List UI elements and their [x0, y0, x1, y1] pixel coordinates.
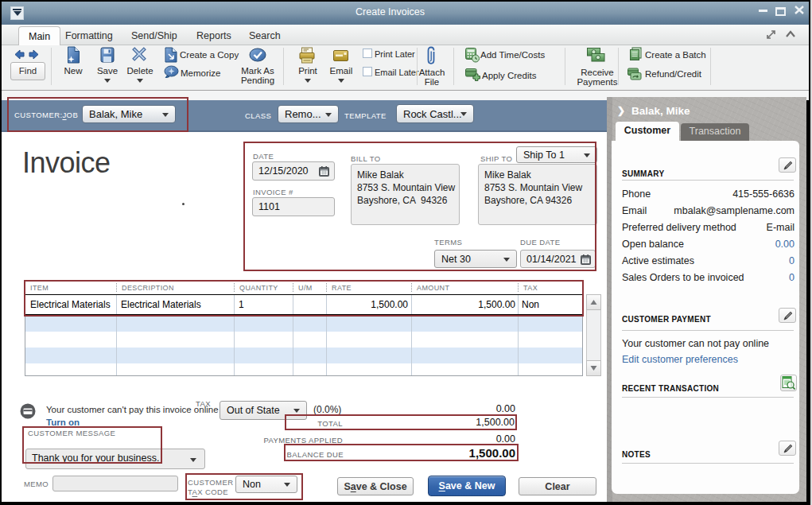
col-um[interactable]: U/M	[293, 281, 313, 294]
cell-tax[interactable]: Non	[522, 299, 539, 310]
delete-dropdown-caret[interactable]	[137, 79, 143, 83]
receive-payments-label-2[interactable]: Payments	[577, 77, 617, 87]
panel-collapse-chevron-icon[interactable]: ❯	[617, 105, 625, 116]
ship-to-box[interactable]: Mike Balak 8753 S. Mountain View Bayshor…	[478, 164, 597, 225]
back-arrow-icon[interactable]	[14, 49, 25, 60]
print-label[interactable]: Print	[298, 66, 317, 76]
ship-to-dropdown[interactable]: Ship To 1	[516, 146, 597, 163]
email-later-label[interactable]: Email Later	[375, 68, 419, 77]
bill-to-box[interactable]: Mike Balak 8753 S. Mountain View Bayshor…	[351, 164, 460, 225]
summary-row-value[interactable]: 0	[789, 255, 795, 266]
customer-tax-code-dropdown[interactable]: Non	[235, 476, 297, 493]
edit-summary-button[interactable]	[779, 157, 796, 173]
scroll-down-icon[interactable]	[586, 360, 601, 376]
cell-amount[interactable]: 1,500.00	[429, 299, 515, 310]
delete-label[interactable]: Delete	[126, 66, 153, 76]
tab-main[interactable]: Main	[18, 26, 60, 46]
customer-job-dropdown[interactable]: Balak, Mike	[82, 105, 176, 123]
create-batch-icon[interactable]	[629, 47, 643, 61]
expand-ribbon-icon[interactable]	[765, 29, 777, 41]
tab-transaction-panel[interactable]: Transaction	[681, 123, 749, 141]
clear-button[interactable]: Clear	[519, 477, 596, 495]
col-rate[interactable]: RATE	[326, 281, 352, 294]
memo-input[interactable]	[52, 476, 178, 491]
mark-as-pending-icon[interactable]	[249, 48, 266, 62]
apply-credits-label[interactable]: Apply Credits	[482, 71, 536, 80]
tax-caret[interactable]	[293, 409, 300, 413]
ship-to-caret[interactable]	[584, 153, 590, 157]
print-later-label[interactable]: Print Later	[375, 49, 415, 59]
memorize-label[interactable]: Memorize	[181, 68, 220, 78]
maximize-icon[interactable]	[775, 7, 786, 16]
forward-arrow-icon[interactable]	[29, 49, 40, 60]
create-copy-label[interactable]: Create a Copy	[180, 50, 239, 60]
add-time-costs-icon[interactable]	[465, 48, 480, 63]
delete-icon[interactable]	[132, 47, 146, 61]
edit-customer-preferences-link[interactable]: Edit customer preferences	[622, 354, 738, 365]
template-caret[interactable]	[460, 112, 467, 116]
cell-rate[interactable]: 1,500.00	[326, 299, 408, 310]
class-dropdown[interactable]: Remo...	[278, 105, 339, 123]
receive-payments-label-1[interactable]: Receive	[581, 68, 614, 77]
invoice-no-input[interactable]: 1101	[252, 197, 335, 216]
scroll-up-icon[interactable]	[586, 294, 601, 310]
create-batch-label[interactable]: Create a Batch	[645, 50, 706, 60]
edit-customer-payment-button[interactable]	[779, 308, 796, 323]
email-later-checkbox[interactable]	[363, 67, 372, 76]
minimize-icon[interactable]	[759, 10, 767, 12]
save-new-button[interactable]: Save & New	[428, 476, 506, 496]
new-icon[interactable]	[67, 46, 80, 64]
attach-file-icon[interactable]	[426, 46, 437, 66]
refund-credit-icon[interactable]	[627, 68, 642, 80]
tax-dropdown[interactable]: Out of State	[220, 401, 307, 420]
tab-customer-panel[interactable]: Customer	[616, 122, 679, 141]
create-copy-icon[interactable]	[165, 47, 177, 63]
mark-as-pending-label-2[interactable]: Pending	[241, 76, 274, 85]
print-icon[interactable]	[299, 47, 315, 64]
find-button[interactable]: Find	[10, 62, 45, 80]
terms-dropdown[interactable]: Net 30	[434, 250, 517, 268]
collapse-ribbon-icon[interactable]	[785, 29, 796, 39]
customer-tax-code-caret[interactable]	[284, 483, 290, 487]
edit-notes-button[interactable]	[779, 441, 796, 456]
table-row-empty[interactable]	[25, 348, 582, 363]
col-amount[interactable]: AMOUNT	[411, 281, 449, 294]
add-time-costs-label[interactable]: Add Time/Costs	[480, 50, 545, 60]
tab-search[interactable]: Search	[244, 28, 286, 44]
tab-send-ship[interactable]: Send/Ship	[126, 28, 182, 44]
customer-job-caret[interactable]	[162, 113, 169, 117]
print-dropdown-caret[interactable]	[305, 79, 311, 83]
save-close-button[interactable]: Save & Close	[337, 477, 414, 495]
memorize-icon[interactable]	[164, 65, 179, 78]
calendar-icon[interactable]	[319, 166, 329, 177]
save-label[interactable]: Save	[97, 66, 118, 76]
col-tax[interactable]: TAX	[518, 281, 538, 294]
apply-credits-icon[interactable]	[465, 68, 480, 81]
email-label[interactable]: Email	[330, 66, 353, 76]
save-icon[interactable]	[100, 47, 115, 63]
attach-file-label-1[interactable]: Attach	[419, 68, 445, 77]
tab-reports[interactable]: Reports	[192, 28, 236, 44]
mark-as-pending-label-1[interactable]: Mark As	[241, 66, 274, 76]
cell-quantity[interactable]: 1	[239, 299, 244, 310]
new-label[interactable]: New	[64, 66, 82, 76]
refund-credit-label[interactable]: Refund/Credit	[645, 69, 701, 79]
summary-row-value[interactable]: 0	[789, 272, 795, 283]
template-dropdown[interactable]: Rock Castl...	[396, 104, 474, 123]
close-icon[interactable]	[795, 6, 804, 14]
col-quantity[interactable]: QUANTITY	[234, 281, 278, 294]
summary-row-value[interactable]: 0.00	[775, 239, 795, 250]
attach-file-label-2[interactable]: File	[425, 77, 440, 87]
email-dropdown-caret[interactable]	[338, 79, 344, 83]
calendar-icon[interactable]	[581, 254, 591, 265]
date-input[interactable]: 12/15/2020	[252, 161, 335, 181]
turn-on-link[interactable]: Turn on	[46, 418, 80, 427]
receive-payments-icon[interactable]	[587, 48, 606, 63]
customer-message-caret[interactable]	[190, 458, 196, 462]
class-caret[interactable]	[325, 113, 332, 117]
table-row-empty[interactable]	[25, 316, 582, 332]
print-later-checkbox[interactable]	[363, 49, 372, 58]
email-icon[interactable]	[333, 50, 348, 61]
col-item[interactable]: ITEM	[25, 281, 49, 294]
col-description[interactable]: DESCRIPTION	[116, 281, 174, 294]
